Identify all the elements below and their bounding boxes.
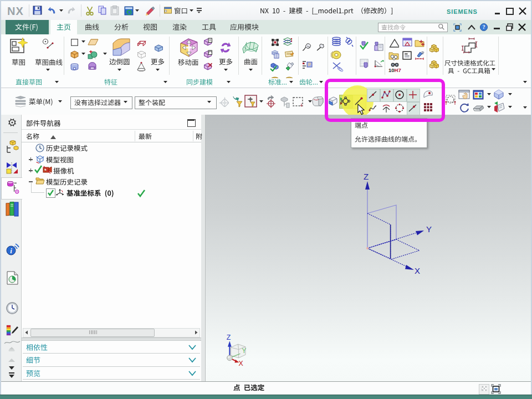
svg-text:Y: Y xyxy=(242,347,246,355)
svg-text:Y: Y xyxy=(426,224,432,234)
svg-text:X: X xyxy=(415,266,420,275)
svg-text:X: X xyxy=(239,360,243,367)
svg-text:?: ? xyxy=(483,24,485,30)
svg-text:Z: Z xyxy=(227,334,231,341)
svg-text:Z: Z xyxy=(364,172,369,181)
svg-text:i: i xyxy=(10,247,12,255)
